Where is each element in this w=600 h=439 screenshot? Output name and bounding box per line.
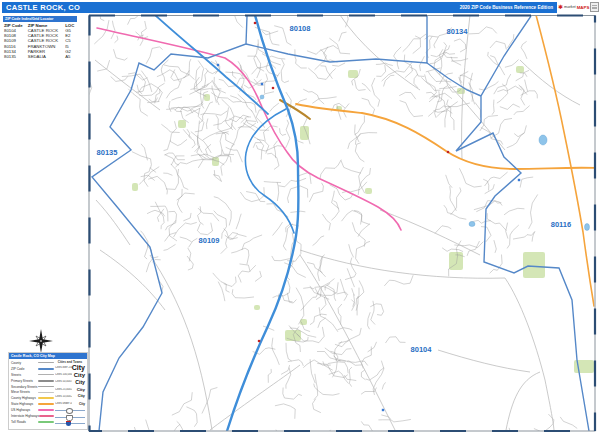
legend-item-label: US Highways — [11, 408, 30, 412]
legend-city-sample: City — [78, 394, 85, 398]
legend-shield-row-interstate — [55, 420, 85, 427]
legend-city-class: Cities 50,000-99,999City — [55, 378, 85, 385]
zip-code-label-80116: 80116 — [551, 220, 571, 229]
legend-items-column: CountyZIP CodeStreetsPrimary StreetsSeco… — [9, 359, 55, 427]
legend-city-class: Cities over 250,000City — [55, 364, 85, 371]
legend-city-class: Cities 10,000-24,999City — [55, 393, 85, 400]
map-canvas: 801088013480135801098011680104 — [0, 0, 600, 439]
legend-city-class: Cities under 10,000City — [55, 400, 85, 407]
poi-marker — [382, 409, 384, 411]
poi-marker — [261, 83, 263, 85]
legend-city-class-label: Cities 25,000-49,999 — [55, 388, 72, 391]
legend-city-class-label: Cities over 250,000 — [55, 366, 72, 369]
map-page: 801088013480135801098011680104 CASTLE RO… — [0, 0, 600, 439]
legend-line-swatch — [38, 374, 54, 375]
park-area — [523, 252, 545, 278]
park-area — [365, 188, 372, 194]
zip-code-label-80104: 80104 — [411, 345, 433, 354]
legend-city-class: Cities 100,000-249,999City — [55, 371, 85, 378]
marketmaps-logo: ✱ market MAPS — [558, 1, 599, 13]
edition-label: 2020 ZIP Code Business Reference Edition — [460, 5, 553, 10]
legend-city-class-label: Cities 50,000-99,999 — [55, 380, 72, 383]
legend-item-label: Secondary Streets — [11, 385, 37, 389]
legend-city-class: Cities 25,000-49,999City — [55, 386, 85, 393]
town-marker — [447, 151, 450, 154]
legend-line-swatch — [38, 380, 54, 382]
park-area — [254, 305, 260, 310]
legend-city-sample: City — [72, 364, 85, 371]
legend-line-swatch — [38, 362, 54, 363]
legend-line-swatch — [38, 392, 54, 393]
reference-stamp — [590, 2, 599, 12]
legend-line-swatch — [38, 409, 54, 411]
water-body — [469, 222, 475, 227]
town-marker — [254, 22, 257, 25]
legend-city-class-label: Cities 10,000-24,999 — [55, 395, 72, 398]
map-legend-panel: Castle Rock, CO City Map CountyZIP CodeS… — [8, 352, 88, 430]
park-area — [132, 183, 138, 191]
logo-maps-text: MAPS — [577, 5, 590, 10]
header-bar: CASTLE ROCK, CO 2020 ZIP Code Business R… — [2, 2, 557, 13]
zip-index-row: 80135SEDALIAA5 — [3, 54, 77, 59]
legend-item-label: Streets — [11, 373, 21, 377]
poi-marker — [217, 64, 219, 66]
legend-city-sample: City — [74, 372, 85, 378]
legend-item-label: Toll Roads — [11, 420, 26, 424]
legend-shield-row-state — [55, 407, 85, 414]
legend-line-swatch — [38, 403, 54, 405]
legend-city-class-label: Cities under 10,000 — [55, 402, 72, 405]
legend-city-sample: City — [77, 387, 85, 392]
legend-city-sample: City — [75, 379, 85, 385]
legend-city-sample: City — [79, 402, 85, 406]
zip-index-title: ZIP Code Index/Grid Locator — [3, 16, 77, 22]
park-area — [348, 70, 358, 78]
legend-line-swatch — [38, 397, 54, 399]
zip-index-cell: SEDALIA — [27, 54, 64, 59]
zip-index-cell: 80135 — [3, 54, 27, 59]
zip-index-panel: ZIP Code Index/Grid Locator ZIP CodeZIP … — [3, 16, 77, 59]
legend-line-swatch — [38, 386, 54, 388]
park-area — [457, 88, 465, 94]
water-body — [260, 95, 264, 99]
zip-index-row: 80109CASTLE ROCKC5 — [3, 38, 77, 43]
legend-item: Toll Roads — [11, 419, 54, 425]
legend-line-swatch — [38, 421, 54, 423]
legend-city-class-label: Cities 100,000-249,999 — [55, 373, 72, 376]
park-area — [204, 94, 210, 101]
water-body — [539, 135, 547, 145]
zip-code-label-80134: 80134 — [447, 27, 469, 36]
legend-item-label: ZIP Code — [11, 367, 24, 371]
legend-item-label: County — [11, 361, 21, 365]
interstate-highway-shield-icon — [66, 421, 71, 426]
zip-index-table: ZIP CodeZIP NameLOC 80104CASTLE ROCKG580… — [3, 23, 77, 59]
zip-index-cell: A5 — [64, 54, 77, 59]
park-area — [516, 66, 524, 73]
town-marker — [272, 87, 275, 90]
page-title: CASTLE ROCK, CO — [6, 3, 80, 12]
water-body — [585, 224, 590, 231]
zip-code-label-80109: 80109 — [199, 236, 220, 245]
legend-shield-row-us — [55, 414, 85, 421]
poi-marker — [518, 179, 520, 181]
zip-code-label-80135: 80135 — [97, 148, 118, 157]
zip-code-label-80108: 80108 — [290, 24, 311, 33]
legend-item-label: Primary Streets — [11, 379, 33, 383]
north-arrow-icon — [28, 328, 54, 354]
legend-item-label: Minor Streets — [11, 390, 30, 394]
town-marker — [258, 340, 261, 343]
legend-item-label: Interstate Highways — [11, 414, 39, 418]
legend-line-swatch — [39, 415, 54, 418]
legend-cities-column: Cities and Towns Cities over 250,000City… — [55, 359, 87, 427]
logo-star-icon: ✱ — [558, 4, 563, 10]
legend-line-swatch — [38, 368, 54, 370]
logo-market-text: market — [564, 5, 576, 9]
legend-item-label: County Highways — [11, 396, 36, 400]
park-area — [178, 120, 186, 128]
legend-item-label: State Highways — [11, 402, 33, 406]
